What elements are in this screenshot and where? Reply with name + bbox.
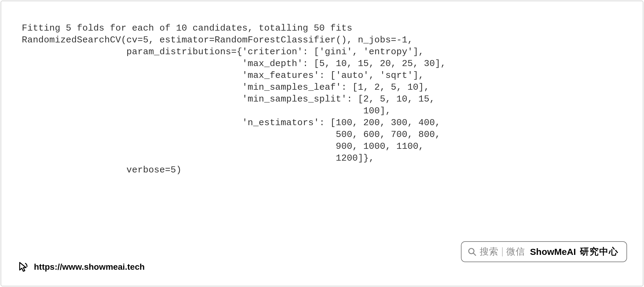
brand-cn: 研究中心 (580, 245, 619, 258)
search-icon (468, 247, 477, 256)
content-frame: Fitting 5 folds for each of 10 candidate… (1, 1, 643, 286)
code-line: 900, 1000, 1100, (22, 141, 424, 152)
cursor-icon (17, 261, 29, 273)
code-line: 'n_estimators': [100, 200, 300, 400, (22, 118, 440, 128)
footer: https://www.showmeai.tech (17, 261, 145, 273)
code-line: 500, 600, 700, 800, (22, 129, 440, 140)
code-line: 'max_depth': [5, 10, 15, 20, 25, 30], (22, 58, 446, 69)
separator (502, 247, 503, 256)
code-line: RandomizedSearchCV(cv=5, estimator=Rando… (22, 35, 413, 45)
svg-line-1 (473, 253, 476, 255)
code-line: 100], (22, 106, 391, 116)
svg-point-0 (469, 248, 474, 254)
code-line: 'min_samples_split': [2, 5, 10, 15, (22, 94, 435, 104)
code-line: 'min_samples_leaf': [1, 2, 5, 10], (22, 82, 429, 92)
code-line: 1200]}, (22, 153, 374, 163)
search-label: 搜索 (480, 245, 498, 258)
source-url: https://www.showmeai.tech (34, 262, 145, 272)
code-line: Fitting 5 folds for each of 10 candidate… (22, 23, 352, 33)
wechat-label: 微信 (506, 245, 525, 258)
code-output: Fitting 5 folds for each of 10 candidate… (1, 1, 643, 176)
code-line: 'max_features': ['auto', 'sqrt'], (22, 70, 424, 81)
brand-en: ShowMeAI (530, 247, 576, 257)
search-badge: 搜索 微信 ShowMeAI 研究中心 (461, 241, 627, 262)
code-line: param_distributions={'criterion': ['gini… (22, 47, 424, 57)
code-line: verbose=5) (22, 165, 182, 175)
